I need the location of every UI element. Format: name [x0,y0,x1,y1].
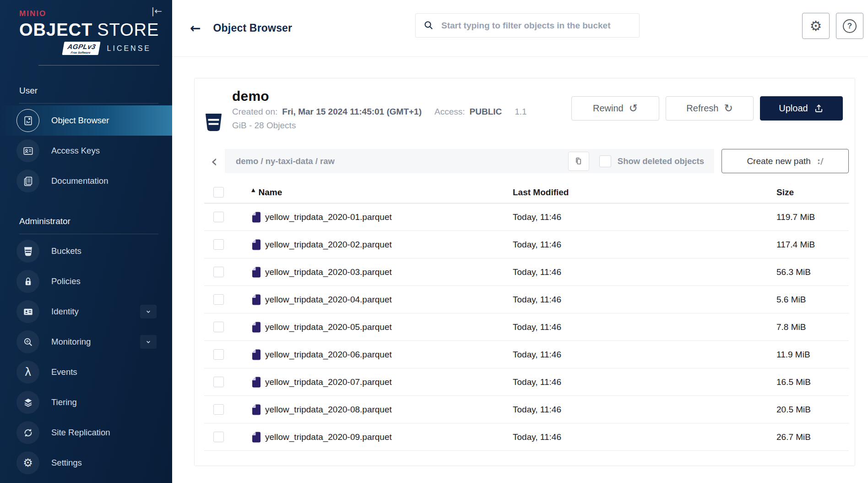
back-arrow-icon[interactable]: ← [190,22,201,35]
column-header-size[interactable]: Size [776,187,849,198]
bucket-meta: Created on:Fri, Mar 15 2024 11:45:01 (GM… [232,106,532,118]
path-back-chevron-icon[interactable]: ‹ [204,149,225,173]
name-column-label: Name [258,187,282,198]
help-button[interactable]: ? [836,13,863,39]
rewind-button[interactable]: Rewind ↺ [571,96,659,121]
last-modified: Today, 11:46 [513,295,776,305]
upload-label: Upload [779,103,808,114]
sidebar-item-tiering[interactable]: Tiering [0,387,172,417]
row-checkbox[interactable] [213,404,224,415]
file-icon [251,349,261,361]
object-name-cell[interactable]: yellow_tripdata_2020-03.parquet [251,266,513,278]
table-row[interactable]: yellow_tripdata_2020-03.parquetToday, 11… [204,258,849,286]
table-row[interactable]: yellow_tripdata_2020-01.parquetToday, 11… [204,203,849,231]
object-size: 56.3 MiB [776,267,849,277]
sidebar-item-label: Documentation [51,176,108,186]
row-checkbox[interactable] [213,294,224,305]
help-icon: ? [843,19,857,33]
table-row[interactable]: yellow_tripdata_2020-09.parquetToday, 11… [204,423,849,451]
column-header-modified[interactable]: Last Modified [513,187,776,198]
create-new-path-button[interactable]: Create new path :/ [722,149,849,173]
sidebar-item-policies[interactable]: Policies [0,266,172,296]
row-checkbox[interactable] [213,377,224,387]
sort-asc-icon: ▲ [251,187,255,192]
refresh-button[interactable]: Refresh ↻ [666,96,754,121]
upload-icon [814,103,824,114]
last-modified: Today, 11:46 [513,240,776,250]
search-input[interactable] [415,13,640,38]
object-name-cell[interactable]: yellow_tripdata_2020-01.parquet [251,211,513,223]
sidebar-item-site-replication[interactable]: Site Replication [0,417,172,448]
settings-button[interactable]: ⚙ [802,13,830,39]
object-name-cell[interactable]: yellow_tripdata_2020-02.parquet [251,239,513,251]
table-row[interactable]: yellow_tripdata_2020-05.parquetToday, 11… [204,313,849,341]
path-row: ‹ demo / ny-taxi-data / raw Show deleted… [204,149,849,173]
row-checkbox[interactable] [213,212,224,222]
object-browser-icon [16,109,39,132]
rewind-icon: ↺ [629,103,638,114]
sidebar-nav: UserObject BrowserAccess KeysDocumentati… [0,86,172,478]
object-name: yellow_tripdata_2020-08.parquet [265,405,392,415]
sidebar-item-settings[interactable]: ⚙Settings [0,448,172,478]
object-name-cell[interactable]: yellow_tripdata_2020-06.parquet [251,349,513,361]
identity-icon [16,300,39,323]
last-modified: Today, 11:46 [513,432,776,442]
chevron-down-icon[interactable] [140,335,157,349]
sidebar-item-access-keys[interactable]: Access Keys [0,136,172,166]
show-deleted-checkbox[interactable] [599,155,611,167]
table-row[interactable]: yellow_tripdata_2020-07.parquetToday, 11… [204,368,849,396]
sidebar-item-label: Events [51,367,77,377]
row-checkbox[interactable] [213,239,224,250]
brand-title: OBJECTSTORE [19,20,172,40]
create-path-icon: :/ [817,157,824,165]
path-bar: demo / ny-taxi-data / raw Show deleted o… [225,149,714,173]
table-row[interactable]: yellow_tripdata_2020-08.parquetToday, 11… [204,396,849,423]
object-name: yellow_tripdata_2020-04.parquet [265,295,392,305]
table-row[interactable]: yellow_tripdata_2020-04.parquetToday, 11… [204,286,849,313]
app-root: |← MINIO OBJECTSTORE AGPLv3 Free Softwar… [0,0,868,483]
file-icon [251,321,261,333]
table-row[interactable]: yellow_tripdata_2020-06.parquetToday, 11… [204,341,849,368]
file-icon [251,211,261,223]
object-name: yellow_tripdata_2020-05.parquet [265,322,392,332]
sidebar-item-object-browser[interactable]: Object Browser [0,105,172,136]
row-checkbox[interactable] [213,349,224,360]
object-name-cell[interactable]: yellow_tripdata_2020-08.parquet [251,404,513,416]
breadcrumb: demo / ny-taxi-data / raw [236,156,568,166]
access-value: PUBLIC [470,107,502,116]
object-size: 11.9 MiB [776,350,849,360]
last-modified: Today, 11:46 [513,350,776,360]
documentation-icon [16,170,39,192]
row-checkbox[interactable] [213,267,224,277]
topbar: ← Object Browser ⚙ ? [172,0,868,57]
object-name-cell[interactable]: yellow_tripdata_2020-05.parquet [251,321,513,333]
sidebar-item-events[interactable]: λEvents [0,357,172,387]
row-checkbox[interactable] [213,432,224,442]
upload-button[interactable]: Upload [760,96,843,121]
sidebar-item-label: Site Replication [51,428,110,438]
events-icon: λ [16,361,39,384]
bucket-header: demo Created on:Fri, Mar 15 2024 11:45:0… [195,78,855,149]
object-size: 26.7 MiB [776,432,849,442]
access-keys-icon [16,139,39,162]
last-modified: Today, 11:46 [513,322,776,332]
sidebar-item-monitoring[interactable]: Monitoring [0,327,172,357]
select-all-checkbox[interactable] [213,187,224,198]
chevron-down-icon[interactable] [140,305,157,318]
object-name-cell[interactable]: yellow_tripdata_2020-07.parquet [251,376,513,388]
object-name: yellow_tripdata_2020-03.parquet [265,267,392,277]
table-row[interactable]: yellow_tripdata_2020-02.parquetToday, 11… [204,231,849,258]
sidebar-item-identity[interactable]: Identity [0,296,172,327]
row-checkbox[interactable] [213,322,224,332]
object-size: 20.5 MiB [776,405,849,415]
copy-path-button[interactable] [568,152,589,171]
sidebar-item-documentation[interactable]: Documentation [0,166,172,196]
sidebar-item-buckets[interactable]: Buckets [0,236,172,266]
sidebar-collapse-icon[interactable]: |← [152,6,163,16]
object-name-cell[interactable]: yellow_tripdata_2020-09.parquet [251,431,513,443]
object-name-cell[interactable]: yellow_tripdata_2020-04.parquet [251,294,513,306]
sidebar-item-label: Identity [51,307,79,317]
column-header-name[interactable]: ▲ Name [251,187,513,198]
file-icon [251,239,261,251]
search-wrap [415,13,640,38]
